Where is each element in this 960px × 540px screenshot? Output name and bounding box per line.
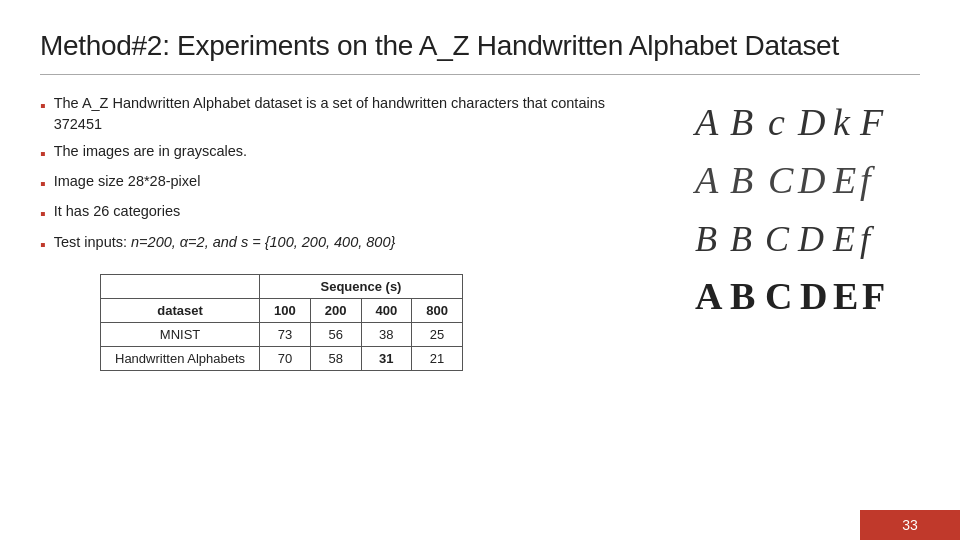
bullet-5-prefix: Test inputs: [54,234,131,250]
row-mnist-100: 73 [260,322,311,346]
svg-text:D: D [797,159,825,201]
svg-text:f: f [860,219,875,259]
svg-text:F: F [862,275,885,317]
svg-text:F: F [859,101,884,143]
row-hw-400: 31 [361,346,412,370]
content-area: ▪ The A_Z Handwritten Alphabet dataset i… [40,93,920,371]
svg-text:B: B [695,219,717,259]
list-item: ▪ The images are in grayscales. [40,141,640,165]
svg-text:c: c [768,101,785,143]
row-mnist-200: 56 [310,322,361,346]
svg-text:C: C [768,159,794,201]
bullet-list: ▪ The A_Z Handwritten Alphabet dataset i… [40,93,640,256]
svg-text:C: C [765,219,790,259]
svg-text:E: E [832,219,855,259]
svg-text:C: C [765,275,792,317]
list-item: ▪ Image size 28*28-pixel [40,171,640,195]
bullet-text-5: Test inputs: n=200, α=2, and s = {100, 2… [54,232,396,253]
svg-text:A: A [692,159,719,201]
bullet-icon: ▪ [40,94,46,117]
bullet-icon: ▪ [40,172,46,195]
col-header-dataset: dataset [101,298,260,322]
col-header-100: 100 [260,298,311,322]
list-item: ▪ It has 26 categories [40,201,640,225]
alphabet-row-3: B B C D E f [690,209,890,259]
slide: Method#2: Experiments on the A_Z Handwri… [0,0,960,540]
bullet-text-1: The A_Z Handwritten Alphabet dataset is … [54,93,640,135]
svg-text:E: E [832,159,856,201]
svg-text:B: B [730,159,753,201]
row-hw-100: 70 [260,346,311,370]
col-header-400: 400 [361,298,412,322]
table-row: Handwritten Alphabets 70 58 31 21 [101,346,463,370]
alphabet-svg-1: A B c D k F [690,93,890,143]
right-panel: A B c D k F A B C D E f [660,93,920,371]
bullet-5-italic: n=200, α=2, and s = {100, 200, 400, 800} [131,234,395,250]
data-table-area: Sequence (s) dataset 100 200 400 800 MNI… [100,274,640,371]
bullet-text-4: It has 26 categories [54,201,181,222]
svg-text:A: A [692,101,719,143]
alphabet-row-4: A B C D E F [690,267,890,317]
svg-text:B: B [730,101,753,143]
svg-text:A: A [695,275,723,317]
bullet-icon: ▪ [40,142,46,165]
alphabet-svg-4: A B C D E F [690,267,890,317]
footer-bar: 33 [860,510,960,540]
alphabet-row-2: A B C D E f [690,151,890,201]
svg-text:D: D [797,101,825,143]
list-item: ▪ Test inputs: n=200, α=2, and s = {100,… [40,232,640,256]
svg-text:E: E [833,275,858,317]
list-item: ▪ The A_Z Handwritten Alphabet dataset i… [40,93,640,135]
bullet-text-3: Image size 28*28-pixel [54,171,201,192]
bullet-icon: ▪ [40,202,46,225]
bullet-icon: ▪ [40,233,46,256]
seq-header: Sequence (s) [260,274,463,298]
svg-text:D: D [797,219,824,259]
svg-text:B: B [730,275,755,317]
row-hw-800: 21 [412,346,463,370]
col-header-800: 800 [412,298,463,322]
row-mnist-400: 38 [361,322,412,346]
table-row: MNIST 73 56 38 25 [101,322,463,346]
alphabet-svg-3: B B C D E f [690,209,890,259]
row-hw-200: 58 [310,346,361,370]
alphabet-row-1: A B c D k F [690,93,890,143]
col-header-200: 200 [310,298,361,322]
results-table: Sequence (s) dataset 100 200 400 800 MNI… [100,274,463,371]
row-hw-label: Handwritten Alphabets [101,346,260,370]
svg-text:k: k [833,101,851,143]
title-divider [40,74,920,75]
bullet-text-2: The images are in grayscales. [54,141,247,162]
row-mnist-label: MNIST [101,322,260,346]
alphabet-svg-2: A B C D E f [690,151,890,201]
left-panel: ▪ The A_Z Handwritten Alphabet dataset i… [40,93,640,371]
slide-title: Method#2: Experiments on the A_Z Handwri… [40,30,920,62]
page-number: 33 [902,517,918,533]
svg-text:B: B [730,219,752,259]
svg-text:D: D [800,275,827,317]
row-mnist-800: 25 [412,322,463,346]
svg-text:f: f [860,159,875,201]
